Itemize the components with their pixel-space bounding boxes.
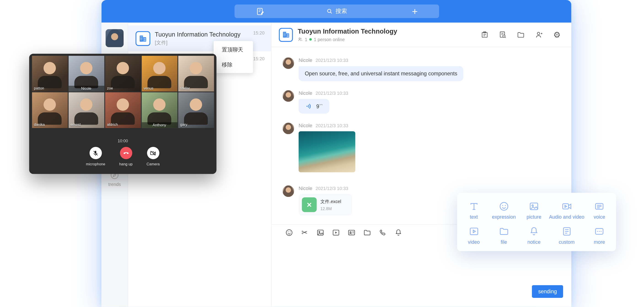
participant-tile: aldrich — [105, 92, 141, 128]
camera-label: Camera — [146, 162, 160, 166]
search-history-icon[interactable] — [498, 30, 508, 39]
participant-tile: zoe — [105, 56, 141, 91]
conversation-time: 15:20 — [253, 56, 264, 61]
add-button[interactable]: + — [412, 4, 418, 18]
avatar[interactable] — [283, 90, 294, 102]
participant-tile: Nicole — [68, 56, 104, 91]
panel-item-expression[interactable]: expression — [489, 198, 519, 223]
custom-icon — [562, 226, 572, 237]
video-icon[interactable] — [332, 228, 340, 237]
member-manage-icon[interactable] — [534, 30, 544, 39]
search-bar[interactable]: 搜索 — [235, 4, 439, 18]
participant-grid: patton Nicole zoe venus stellar danika e… — [32, 56, 214, 128]
chat-main: Tuoyun Information Technology 1 1 person… — [272, 23, 571, 307]
call-timer: 10:00 — [29, 139, 216, 143]
participant-name: stellar — [180, 86, 190, 90]
panel-item-custom[interactable]: custom — [549, 223, 584, 248]
notice-bell-icon — [529, 226, 540, 237]
panel-label: Audio and video — [549, 214, 584, 220]
panel-label: custom — [559, 239, 574, 245]
panel-item-more[interactable]: more — [584, 223, 614, 248]
user-avatar[interactable] — [106, 29, 124, 47]
participant-name: danika — [34, 123, 45, 127]
message-meta: Nicole 2021/12/3 10:33 — [299, 57, 464, 63]
file-folder-icon[interactable] — [363, 228, 372, 237]
camera-toggle[interactable]: Camera — [146, 147, 160, 166]
microphone-toggle[interactable]: microphone — [86, 147, 105, 166]
screenshot-scissors-icon[interactable]: ✂ — [300, 228, 309, 237]
hang-up-button[interactable]: hang up — [119, 147, 132, 166]
screen: { "topbar": { "search_label": "搜索" }, "i… — [0, 0, 644, 307]
text-icon — [468, 201, 479, 212]
sender-name: Nicole — [299, 123, 312, 128]
contact-card-icon[interactable] — [347, 228, 356, 237]
members-icon — [298, 37, 303, 42]
menu-item-pin-chat[interactable]: 置顶聊天 — [214, 42, 253, 57]
panel-item-voice[interactable]: voice — [584, 198, 614, 223]
camera-off-icon — [147, 147, 160, 159]
more-icon — [594, 226, 605, 237]
voice-bubble[interactable]: 9`` — [299, 99, 330, 114]
message-meta: Nicole 2021/12/3 10:33 — [299, 186, 352, 191]
panel-item-file[interactable]: file — [489, 223, 519, 248]
chat-title: Tuoyun Information Technology — [298, 28, 397, 35]
panel-label: expression — [492, 214, 516, 220]
plus-icon: + — [412, 5, 418, 17]
participant-tile: stellar — [178, 56, 214, 91]
video-play-icon — [468, 226, 479, 237]
mic-muted-icon — [90, 147, 102, 159]
panel-label: picture — [527, 214, 542, 220]
panel-label: notice — [527, 239, 541, 245]
file-attachment[interactable]: ✕ 文件.excel 12.8M — [299, 194, 352, 215]
message-meta: Nicole 2021/12/3 10:33 — [299, 90, 348, 96]
panel-item-picture[interactable]: picture — [519, 198, 549, 223]
message-time: 2021/12/3 10:33 — [316, 58, 348, 63]
menu-item-remove[interactable]: 移除 — [214, 57, 253, 72]
call-controls: microphone hang up Camera — [29, 147, 216, 166]
picture-icon — [529, 201, 540, 212]
panel-item-notice[interactable]: notice — [519, 223, 549, 248]
participant-tile: ernest — [68, 92, 104, 128]
voice-duration: 9`` — [316, 103, 323, 109]
emoji-icon[interactable] — [285, 228, 294, 237]
hang-up-label: hang up — [119, 162, 132, 166]
participant-name: patton — [34, 86, 44, 90]
panel-label: file — [501, 239, 507, 245]
top-bar: 搜索 + — [102, 0, 572, 23]
hang-up-icon — [120, 147, 132, 159]
conversation-context-menu: 置顶聊天 移除 — [214, 41, 253, 73]
file-texts: 文件.excel 12.8M — [320, 199, 341, 211]
chat-header-actions: ⚙ — [480, 30, 562, 39]
participant-name: Anthony — [142, 122, 177, 128]
member-count: 1 — [305, 37, 307, 42]
chat-subtitle: 1 1 person online — [298, 37, 397, 42]
avatar[interactable] — [283, 186, 294, 197]
video-call-overlay: patton Nicole zoe venus stellar danika e… — [29, 54, 216, 174]
avatar[interactable] — [283, 123, 294, 134]
call-phone-icon[interactable] — [378, 228, 387, 237]
participant-name: ernest — [70, 123, 81, 127]
message-meta: Nicole 2021/12/3 10:33 — [299, 123, 356, 128]
message-body: Nicole 2021/12/3 10:33 9` — [299, 90, 348, 113]
folder-icon[interactable] — [516, 30, 526, 39]
panel-item-audio-video[interactable]: Audio and video — [549, 198, 584, 223]
microphone-label: microphone — [86, 162, 105, 166]
conversation-title: Tuoyun Information Technology — [155, 31, 264, 38]
conversation-time: 15:20 — [253, 30, 264, 35]
image-attachment[interactable] — [299, 131, 356, 172]
panel-item-video[interactable]: video — [459, 223, 489, 248]
send-button[interactable]: sending — [532, 285, 563, 298]
announcement-icon[interactable] — [480, 30, 490, 39]
message-time: 2021/12/3 10:33 — [316, 123, 348, 128]
picture-icon[interactable] — [316, 228, 324, 237]
message-text: Nicole 2021/12/3 10:33 Open source, free… — [283, 57, 572, 81]
search-icon — [326, 8, 333, 14]
panel-item-text[interactable]: text — [459, 198, 489, 223]
sender-name: Nicole — [299, 90, 312, 96]
avatar[interactable] — [283, 57, 294, 69]
chat-header: Tuoyun Information Technology 1 1 person… — [272, 23, 571, 47]
settings-gear-icon[interactable]: ⚙ — [552, 30, 562, 39]
participant-tile: Anthony — [142, 92, 177, 128]
notification-bell-icon[interactable] — [394, 228, 402, 237]
participant-tile: danika — [32, 92, 68, 128]
